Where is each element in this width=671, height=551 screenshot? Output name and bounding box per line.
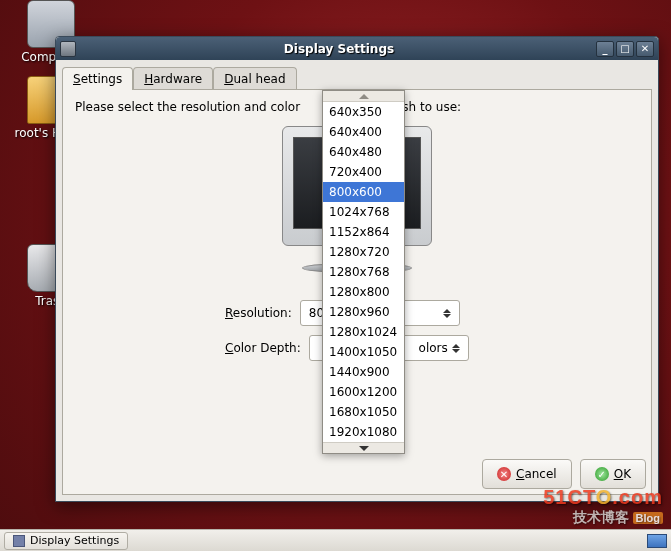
taskbar: Display Settings xyxy=(0,529,671,551)
tab-settings[interactable]: Settings xyxy=(62,67,133,90)
dropdown-option[interactable]: 1400x1050 xyxy=(323,342,404,362)
cancel-icon: ✕ xyxy=(497,467,511,481)
window-title: Display Settings xyxy=(82,42,596,56)
dialog-button-row: ✕ Cancel ✓ OK xyxy=(482,459,646,489)
resolution-label: Resolution: xyxy=(225,306,292,320)
tab-label: ual head xyxy=(233,72,285,86)
cancel-button[interactable]: ✕ Cancel xyxy=(482,459,572,489)
tab-dualhead[interactable]: Dual head xyxy=(213,67,296,90)
ok-label: K xyxy=(623,467,631,481)
dropdown-option[interactable]: 1280x800 xyxy=(323,282,404,302)
maximize-button[interactable]: □ xyxy=(616,41,634,57)
titlebar[interactable]: Display Settings _ □ ✕ xyxy=(56,37,658,60)
resolution-dropdown-popup: 640x350640x400640x480720x400800x6001024x… xyxy=(322,90,405,454)
chevron-down-icon xyxy=(359,446,369,451)
colordepth-label: Color Depth: xyxy=(225,341,301,355)
dropdown-option[interactable]: 1280x960 xyxy=(323,302,404,322)
combo-arrows-icon xyxy=(448,344,464,353)
dropdown-list: 640x350640x400640x480720x400800x6001024x… xyxy=(323,102,404,442)
dropdown-option[interactable]: 1152x864 xyxy=(323,222,404,242)
tab-hardware[interactable]: Hardware xyxy=(133,67,213,90)
dropdown-option[interactable]: 1920x1080 xyxy=(323,422,404,442)
minimize-button[interactable]: _ xyxy=(596,41,614,57)
close-button[interactable]: ✕ xyxy=(636,41,654,57)
ok-icon: ✓ xyxy=(595,467,609,481)
combo-arrows-icon xyxy=(439,309,455,318)
tab-row: Settings Hardware Dual head xyxy=(56,60,658,89)
taskbar-app-icon xyxy=(13,535,25,547)
dropdown-option[interactable]: 1280x1024 xyxy=(323,322,404,342)
dropdown-option[interactable]: 1280x768 xyxy=(323,262,404,282)
dropdown-option[interactable]: 640x400 xyxy=(323,122,404,142)
tab-label: ettings xyxy=(81,72,123,86)
dropdown-option[interactable]: 1440x900 xyxy=(323,362,404,382)
dropdown-option[interactable]: 640x350 xyxy=(323,102,404,122)
taskbar-app-label: Display Settings xyxy=(30,534,119,547)
taskbar-app-button[interactable]: Display Settings xyxy=(4,532,128,550)
cancel-label: ancel xyxy=(524,467,556,481)
dropdown-option[interactable]: 1024x768 xyxy=(323,202,404,222)
dropdown-option[interactable]: 640x480 xyxy=(323,142,404,162)
dropdown-option[interactable]: 1280x720 xyxy=(323,242,404,262)
dropdown-option[interactable]: 1600x1200 xyxy=(323,382,404,402)
dropdown-option[interactable]: 1680x1050 xyxy=(323,402,404,422)
dropdown-option[interactable]: 720x400 xyxy=(323,162,404,182)
system-tray xyxy=(647,534,667,548)
window-app-icon xyxy=(60,41,76,57)
tray-desktop-switcher[interactable] xyxy=(647,534,667,548)
tab-label: ardware xyxy=(153,72,202,86)
dropdown-scroll-down[interactable] xyxy=(323,442,404,453)
dropdown-scroll-up[interactable] xyxy=(323,91,404,102)
chevron-up-icon xyxy=(359,94,369,99)
dropdown-option[interactable]: 800x600 xyxy=(323,182,404,202)
ok-button[interactable]: ✓ OK xyxy=(580,459,646,489)
